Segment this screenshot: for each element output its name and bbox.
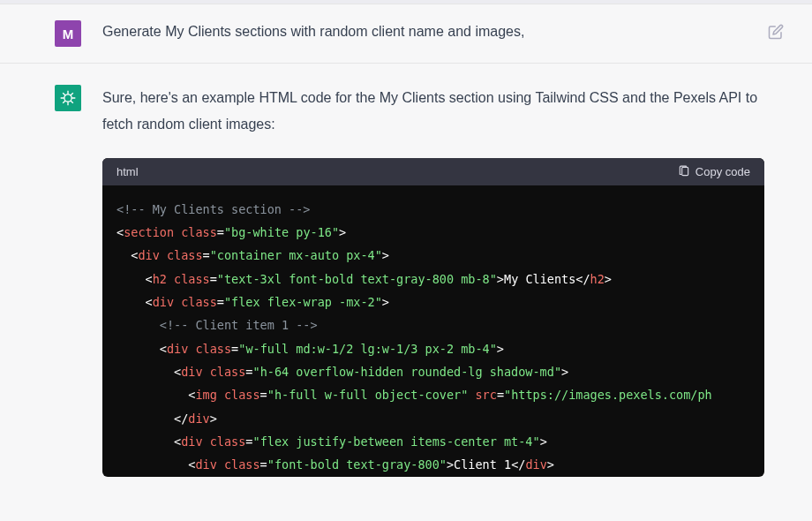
- user-message-row: M Generate My Clients sections with rand…: [0, 4, 812, 64]
- code-attr: class: [210, 365, 246, 379]
- edit-icon[interactable]: [768, 20, 786, 43]
- assistant-content: Sure, here's an example HTML code for th…: [102, 85, 786, 477]
- code-header: html Copy code: [102, 158, 764, 185]
- code-tag: div: [181, 365, 202, 379]
- code-attr: class: [181, 225, 217, 239]
- code-str: https://images.pexels.com/ph: [511, 388, 712, 402]
- code-tag: section: [124, 225, 174, 239]
- code-str: flex flex-wrap -mx-2: [231, 295, 375, 309]
- code-str: h-64 overflow-hidden rounded-lg shadow-m…: [260, 365, 554, 379]
- code-tag: img: [195, 388, 216, 402]
- code-block: html Copy code <!-- My Clients section -…: [102, 158, 764, 477]
- assistant-intro-text: Sure, here's an example HTML code for th…: [102, 85, 764, 139]
- code-body[interactable]: <!-- My Clients section --> <section cla…: [102, 185, 764, 477]
- code-str: bg-white py-16: [231, 225, 332, 239]
- code-tag: div: [195, 457, 216, 472]
- code-tag: div: [525, 457, 546, 472]
- copy-code-button[interactable]: Copy code: [678, 165, 750, 178]
- code-attr: class: [167, 248, 203, 262]
- code-tag: div: [167, 342, 188, 356]
- code-attr: class: [224, 388, 260, 402]
- code-str: h-full w-full object-cover: [274, 388, 461, 402]
- svg-rect-1: [682, 168, 688, 176]
- clipboard-icon: [678, 165, 690, 177]
- code-attr: src: [475, 388, 496, 402]
- user-prompt-text: Generate My Clients sections with random…: [102, 20, 757, 40]
- code-tag: div: [181, 434, 202, 449]
- code-str: text-3xl font-bold text-gray-800 mb-8: [224, 272, 490, 286]
- code-attr: class: [174, 272, 210, 286]
- code-attr: class: [210, 434, 246, 449]
- code-tag: h2: [590, 272, 605, 286]
- code-tag: div: [153, 295, 174, 309]
- code-str: w-full md:w-1/2 lg:w-1/3 px-2 mb-4: [245, 342, 489, 356]
- code-str: font-bold text-gray-800: [274, 457, 440, 472]
- code-lang-label: html: [117, 165, 139, 178]
- code-attr: class: [181, 295, 217, 309]
- svg-point-0: [64, 94, 71, 102]
- code-attr: class: [195, 342, 231, 356]
- code-tag: div: [188, 412, 209, 426]
- code-attr: class: [224, 457, 260, 472]
- code-str: container mx-auto px-4: [217, 248, 375, 262]
- code-tag: h2: [153, 272, 167, 286]
- code-str: flex justify-between items-center mt-4: [260, 434, 533, 449]
- code-comment: <!-- My Clients section -->: [117, 202, 310, 216]
- code-comment: <!-- Client item 1 -->: [160, 318, 318, 332]
- copy-code-label: Copy code: [695, 165, 750, 178]
- assistant-message-row: Sure, here's an example HTML code for th…: [0, 64, 812, 477]
- code-tag: div: [138, 248, 159, 262]
- assistant-avatar: [55, 85, 81, 111]
- user-avatar: M: [55, 20, 81, 47]
- code-text: Client 1: [454, 457, 511, 472]
- code-text: My Clients: [504, 272, 575, 286]
